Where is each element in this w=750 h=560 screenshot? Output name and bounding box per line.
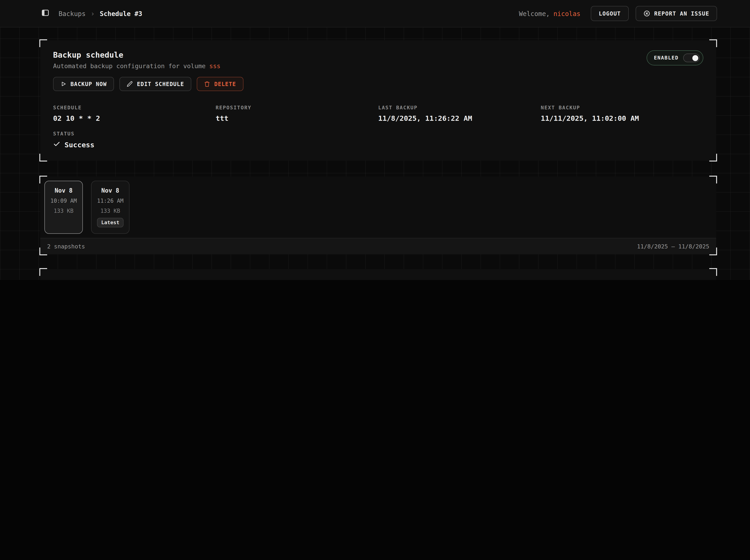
snapshots-footer: 2 snapshots 11/8/2025 – 11/8/2025 [40,238,716,254]
topbar: Backups › Schedule #3 Welcome, nicolas L… [0,0,750,27]
backup-schedule-card: Backup schedule Automated backup configu… [40,40,716,161]
snapshot-list: Nov 8 10:09 AM 133 KB Nov 8 11:26 AM 133… [40,177,716,238]
page-title: Backup schedule [53,50,221,59]
corner-bracket [709,268,717,276]
corner-bracket [709,39,717,47]
latest-badge: Latest [97,218,123,227]
schedule-fields: SCHEDULE 02 10 * * 2 REPOSITORY ttt LAST… [53,105,703,149]
snapshot-card[interactable]: Nov 8 10:09 AM 133 KB [44,181,83,234]
delete-button[interactable]: DELETE [197,77,243,91]
username: nicolas [553,10,580,17]
schedule-card-subtitle: Automated backup configuration for volum… [53,62,221,69]
schedule-card-heading: Backup schedule Automated backup configu… [53,50,221,69]
welcome-prefix: Welcome, [519,10,550,17]
toggle-knob [692,55,698,61]
breadcrumb-parent[interactable]: Backups [59,10,85,17]
status-badge: Success [64,141,95,149]
corner-bracket [39,154,47,161]
field-schedule: SCHEDULE 02 10 * * 2 [53,105,216,123]
backup-now-button[interactable]: BACKUP NOW [53,77,114,91]
app: Backups › Schedule #3 Welcome, nicolas L… [0,0,750,280]
trash-icon [204,81,210,87]
breadcrumb-current: Schedule #3 [100,10,142,17]
file-browser-card: File Browser Viewing snapshot from 11/8/… [40,269,716,280]
play-icon [60,81,66,87]
corner-bracket [39,268,47,276]
breadcrumb-chevron-icon: › [91,9,95,18]
welcome-text: Welcome, nicolas [519,10,580,17]
field-last-backup: LAST BACKUP 11/8/2025, 11:26:22 AM [378,105,541,123]
snapshots-section: Nov 8 10:09 AM 133 KB Nov 8 11:26 AM 133… [40,177,716,254]
corner-bracket [39,39,47,47]
volume-name: sss [209,62,221,69]
report-issue-button[interactable]: REPORT AN ISSUE [635,6,717,21]
snapshot-card[interactable]: Nov 8 11:26 AM 133 KB Latest [91,181,130,234]
field-status: STATUS Success [53,131,216,149]
report-issue-icon [643,10,650,17]
enabled-toggle[interactable]: ENABLED [647,50,703,65]
toggle-switch[interactable] [683,54,700,62]
snapshot-count: 2 snapshots [47,243,85,250]
field-next-backup: NEXT BACKUP 11/11/2025, 11:02:00 AM [541,105,704,123]
enabled-label: ENABLED [654,55,678,61]
breadcrumb: Backups › Schedule #3 [59,9,142,18]
edit-schedule-button[interactable]: EDIT SCHEDULE [120,77,192,91]
field-repository: REPOSITORY ttt [216,105,378,123]
pencil-icon [127,81,133,87]
sidebar-toggle-button[interactable] [41,9,50,18]
corner-bracket [709,154,717,161]
report-issue-label: REPORT AN ISSUE [654,10,709,17]
logout-button[interactable]: LOGOUT [591,6,629,21]
topbar-actions: Welcome, nicolas LOGOUT REPORT AN ISSUE [519,6,717,21]
snapshot-date-range: 11/8/2025 – 11/8/2025 [637,243,709,250]
panel-left-icon [41,9,50,18]
logout-button-label: LOGOUT [599,10,621,17]
check-icon [53,140,60,149]
